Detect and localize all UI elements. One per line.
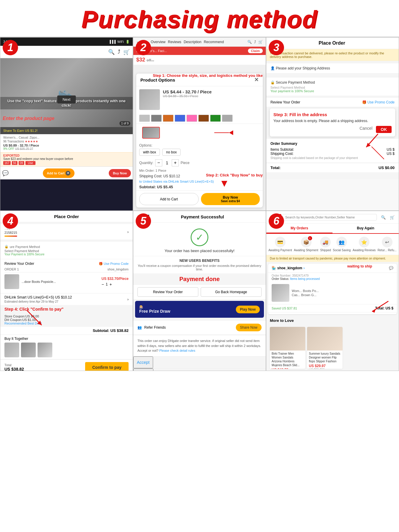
shipping-calc-note: Shipping cost is calculated based on the… xyxy=(270,156,395,160)
modal-product-row: US $4.44 - 32.70 / Piece US $4.88 - 35.9… xyxy=(136,86,263,113)
product-info-row: Women's... Casual: Zippo... 96 Transacti… xyxy=(0,134,133,152)
gift-icon-4: 🎁 xyxy=(99,262,103,265)
search-input[interactable] xyxy=(283,214,377,220)
cart-icon-6[interactable]: 🛒 xyxy=(390,215,395,220)
description-tab[interactable]: Description xyxy=(184,40,201,44)
nav-bar-1: ← ☰ 🔍 ⤴ 🛒 xyxy=(0,46,133,58)
swatch-7[interactable] xyxy=(210,115,221,122)
chevron-right-ship[interactable]: › xyxy=(127,297,129,301)
subtotal-text: Subtotal: US $5.45 xyxy=(136,184,263,190)
buy-now-modal-btn[interactable]: Buy Now Save extra $4 xyxy=(201,193,260,205)
promo-code-4[interactable]: 🎁 Use Promo Code xyxy=(99,262,129,266)
add-cart-button[interactable]: Add to Cart ✕ xyxy=(43,168,75,178)
payment-done-label: Payment done xyxy=(133,273,266,285)
awaiting-shipment-circle: 📦 1 xyxy=(301,237,312,247)
modal-action-btns: Add to Cart Buy Now Save extra $4 xyxy=(136,190,263,207)
review-header-label: Review Your Order xyxy=(4,262,34,266)
claim-btn[interactable]: Claim xyxy=(248,48,263,53)
option-buttons: with box no box xyxy=(139,149,260,156)
together-thumb-1 xyxy=(4,343,19,357)
swatch-8[interactable] xyxy=(222,115,233,122)
message-icon-6[interactable]: 💬 xyxy=(389,266,393,270)
cancel-btn[interactable]: Cancel xyxy=(359,126,372,133)
detail-rules-link[interactable]: Please check detail rules xyxy=(159,349,195,352)
together-thumb-3 xyxy=(38,343,52,357)
search-icon-6[interactable]: 🔍 xyxy=(381,215,386,220)
share-now-btn[interactable]: Share Now xyxy=(236,324,262,331)
chat-icon[interactable]: 💬 xyxy=(2,170,9,176)
qty-plus-4[interactable]: + xyxy=(109,282,112,287)
shipped-icon[interactable]: 🚚 Shipped xyxy=(320,237,331,252)
buy-again-tab[interactable]: Buy Again xyxy=(332,224,399,233)
awaiting-reviews-icon[interactable]: ⭐ Awaiting Reviews xyxy=(353,237,376,252)
payment-label: ure Payment Method xyxy=(10,245,40,249)
awaiting-payment-icon[interactable]: 💳 Awaiting Payment xyxy=(268,237,292,252)
refer-icon: 👥 xyxy=(137,325,142,330)
swatch-5[interactable] xyxy=(186,115,197,122)
qty-minus-btn[interactable]: − xyxy=(155,159,162,166)
page-header: Purchasing method xyxy=(0,0,399,37)
selected-color-swatch xyxy=(142,127,160,139)
buy-now-button-1[interactable]: Buy Now xyxy=(109,169,131,177)
no-box-btn[interactable]: no box xyxy=(162,149,181,156)
options-section: Options: with box no box xyxy=(136,142,263,158)
love-product-info-1: Birki Trainer Men Women Sandals Arizona … xyxy=(270,351,305,369)
accept-btn[interactable]: Accept xyxy=(133,356,153,368)
swatch-6[interactable] xyxy=(198,115,209,122)
items-subtotal-value: US $ xyxy=(387,147,395,152)
social-saving-icon[interactable]: 👥 Social Saving xyxy=(333,237,351,252)
share-icon[interactable]: ⤴ xyxy=(118,49,120,55)
step-1-badge: 1 xyxy=(3,40,18,55)
order-item-price-col: US $32.70/Piece − 1 + xyxy=(102,277,129,287)
confirm-pay-btn[interactable]: Confirm to pay xyxy=(85,362,129,371)
go-homepage-btn[interactable]: Go Back Homepage xyxy=(201,287,262,297)
selected-color-row xyxy=(136,124,263,142)
product-image-area: 👟 Use the "copy text" feature and copy p… xyxy=(0,58,133,127)
price-row: $32 off... xyxy=(133,55,266,65)
share-bar: Share To Earn US $1.2! xyxy=(0,127,133,134)
qty-value: 1 xyxy=(164,160,170,165)
promo-code-link[interactable]: 🎁 Use Promo Code xyxy=(362,100,395,104)
return-refund-icon[interactable]: ↩ Retur... Refu... xyxy=(377,237,396,252)
swatch-2[interactable] xyxy=(151,115,162,122)
search-icon-2[interactable]: 🔍 xyxy=(247,40,252,44)
signal-icon: ▐▐▐ xyxy=(109,40,116,43)
reviews-tab[interactable]: Reviews xyxy=(168,40,181,44)
page-indicator: 1 of 9 xyxy=(119,121,130,126)
next-button[interactable]: Next xyxy=(57,95,76,103)
add-to-cart-modal-btn[interactable]: Add to Cart xyxy=(139,193,199,205)
swatch-3[interactable] xyxy=(163,115,173,122)
love-products: Birki Trainer Men Women Sandals Arizona … xyxy=(266,325,399,371)
share-icon-2[interactable]: ⤴ xyxy=(254,40,256,44)
cart-icon[interactable]: 🛒 xyxy=(123,49,130,55)
ok-btn[interactable]: OK xyxy=(376,126,392,133)
progress-bar xyxy=(4,236,17,237)
love-product-1[interactable]: Birki Trainer Men Women Sandals Arizona … xyxy=(270,327,305,369)
options-label: Options: xyxy=(139,143,260,147)
with-box-btn[interactable]: with box xyxy=(139,149,160,156)
more-to-love-label: More to Love xyxy=(266,316,399,325)
order-item-thumb xyxy=(4,274,19,289)
swatch-4[interactable] xyxy=(175,115,185,122)
chevron-right-icon[interactable]: › xyxy=(127,230,129,234)
chevron-icon[interactable]: › xyxy=(304,266,305,270)
cart-icon-2[interactable]: 🛒 xyxy=(258,40,263,44)
qty-minus-4[interactable]: − xyxy=(102,282,104,287)
review-order-label: Review Your Order xyxy=(270,100,300,104)
qty-plus-btn[interactable]: + xyxy=(172,159,179,166)
search-icon[interactable]: 🔍 xyxy=(108,49,115,55)
status-bar-1: 3:50 ▐▐▐ WiFi 🔋 xyxy=(0,38,133,46)
payment-secure-text: Select Payment Method xyxy=(270,86,395,89)
overview-tab[interactable]: Overview xyxy=(151,40,166,44)
use-coupon-btn[interactable]: Use xyxy=(25,161,35,165)
review-order-btn[interactable]: Review Your Order xyxy=(137,287,198,297)
po-warning: Your transaction cannot be delivered, pl… xyxy=(266,49,399,61)
recommend-tab[interactable]: Recommend xyxy=(204,40,224,44)
swatch-1[interactable] xyxy=(139,115,150,122)
love-product-2[interactable]: Summer luxury Sandals Designer women Fli… xyxy=(307,327,343,369)
order-card-header: 🏪 shoe_kingdom › 💬 xyxy=(268,264,397,273)
play-now-btn[interactable]: Play Now xyxy=(236,306,260,313)
awaiting-shipment-icon[interactable]: 📦 1 Awaiting Shipment xyxy=(294,237,318,252)
add-cart-label: Add to Cart xyxy=(47,171,65,175)
refuse-btn[interactable]: Refuse xyxy=(133,369,153,371)
